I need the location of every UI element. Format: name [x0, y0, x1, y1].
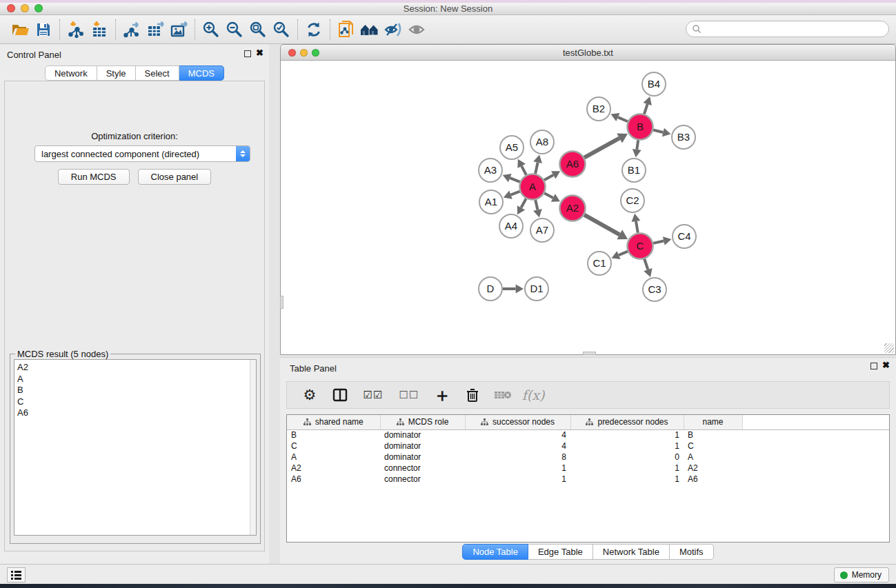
hide-details-icon[interactable] — [381, 19, 405, 41]
edge-A2-C[interactable] — [584, 215, 619, 235]
add-column-icon[interactable]: ＋ — [432, 385, 452, 405]
open-file-icon[interactable] — [8, 19, 32, 41]
edge-B-B4[interactable] — [644, 104, 648, 114]
column-header-predecessor-nodes[interactable]: predecessor nodes — [570, 415, 684, 429]
search-field[interactable] — [686, 21, 889, 37]
close-network-button[interactable] — [288, 49, 296, 57]
edge-A-A3[interactable] — [510, 178, 520, 182]
run-mcds-button[interactable]: Run MCDS — [58, 169, 130, 185]
cell-shared-name[interactable]: A6 — [287, 474, 380, 485]
cell-name[interactable]: B — [684, 429, 742, 440]
task-history-button[interactable] — [7, 567, 26, 582]
splitter-handle-bottom[interactable] — [583, 352, 596, 355]
edge-C-C4[interactable] — [653, 241, 664, 243]
edge-B-B2[interactable] — [618, 117, 628, 121]
cell-shared-name[interactable]: C — [287, 440, 380, 452]
tab-network[interactable]: Network — [45, 65, 97, 81]
criterion-dropdown[interactable]: largest connected component (directed) — [34, 145, 250, 162]
resize-grip-icon[interactable] — [884, 343, 894, 353]
edge-A6-B[interactable] — [584, 138, 619, 157]
edge-A-A7[interactable] — [535, 200, 537, 210]
deselect-all-icon[interactable]: ☐☐ — [396, 385, 422, 405]
table-row[interactable]: Cdominator41C — [287, 440, 889, 452]
tab-edge-table[interactable]: Edge Table — [528, 544, 593, 560]
cell-name[interactable]: A2 — [684, 463, 742, 474]
mcds-result-item[interactable]: A — [17, 374, 256, 385]
new-network-icon[interactable] — [335, 19, 358, 41]
cell-predecessor-nodes[interactable]: 1 — [570, 474, 684, 485]
memory-button[interactable]: Memory — [834, 567, 889, 582]
column-header-name[interactable]: name — [684, 415, 742, 429]
function-builder-icon[interactable]: f(x) — [523, 385, 544, 405]
network-window-titlebar[interactable]: testGlobe.txt — [281, 45, 895, 61]
cell-successor-nodes[interactable]: 4 — [465, 440, 570, 452]
export-network-icon[interactable] — [120, 19, 143, 41]
cell-shared-name[interactable]: A2 — [287, 463, 380, 474]
table-row[interactable]: Bdominator41B — [287, 429, 889, 440]
edge-C-C2[interactable] — [636, 221, 638, 233]
search-input[interactable] — [701, 23, 888, 35]
zoom-in-icon[interactable] — [199, 19, 223, 41]
tab-style[interactable]: Style — [97, 65, 136, 81]
close-panel-icon[interactable]: ✖ — [256, 48, 263, 58]
cell-shared-name[interactable]: A — [287, 452, 380, 463]
cell-successor-nodes[interactable]: 1 — [465, 463, 570, 474]
float-panel-icon[interactable] — [244, 50, 251, 57]
select-all-icon[interactable]: ☑☑ — [360, 385, 386, 405]
import-network-icon[interactable] — [64, 19, 88, 41]
cell-name[interactable]: C — [684, 440, 742, 452]
close-window-button[interactable] — [7, 4, 15, 12]
cell-successor-nodes[interactable]: 8 — [465, 452, 570, 463]
home-layout-icon[interactable] — [358, 19, 381, 41]
edge-A-A1[interactable] — [511, 192, 520, 195]
table-row[interactable]: Adominator80A — [287, 452, 889, 463]
cell-MCDS-role[interactable]: connector — [380, 463, 465, 474]
export-table-icon[interactable] — [143, 19, 167, 41]
delete-icon[interactable] — [462, 385, 483, 405]
column-header-successor-nodes[interactable]: successor nodes — [465, 415, 570, 429]
minimize-network-button[interactable] — [300, 49, 308, 57]
maximize-network-button[interactable] — [312, 49, 319, 57]
tab-select[interactable]: Select — [136, 65, 179, 81]
edge-A-A5[interactable] — [521, 166, 526, 175]
tab-network-table[interactable]: Network Table — [593, 544, 670, 560]
cell-MCDS-role[interactable]: dominator — [380, 429, 465, 440]
cell-MCDS-role[interactable]: dominator — [380, 440, 465, 452]
edge-A-A2[interactable] — [544, 193, 553, 198]
float-table-panel-icon[interactable] — [870, 363, 877, 369]
refresh-icon[interactable] — [302, 19, 326, 41]
mcds-result-item[interactable]: B — [17, 385, 256, 396]
edge-C-C1[interactable] — [619, 252, 628, 256]
edge-C-C3[interactable] — [644, 258, 648, 270]
column-header-shared-name[interactable]: shared name — [287, 415, 380, 429]
edge-B-B1[interactable] — [637, 140, 638, 150]
splitter-handle-left[interactable] — [280, 296, 283, 309]
column-header-MCDS-role[interactable]: MCDS role — [380, 415, 465, 429]
mcds-result-item[interactable]: A6 — [17, 407, 256, 419]
tab-node-table[interactable]: Node Table — [462, 544, 528, 560]
zoom-selected-icon[interactable] — [270, 19, 293, 41]
edge-A-A6[interactable] — [544, 175, 553, 181]
cell-name[interactable]: A — [684, 452, 742, 463]
zoom-out-icon[interactable] — [223, 19, 246, 41]
cell-name[interactable]: A6 — [684, 474, 742, 485]
cell-shared-name[interactable]: B — [287, 429, 380, 440]
columns-icon[interactable] — [330, 385, 350, 405]
minimize-window-button[interactable] — [21, 4, 29, 12]
tab-motifs[interactable]: Motifs — [670, 544, 714, 560]
cell-successor-nodes[interactable]: 1 — [465, 474, 570, 485]
cell-predecessor-nodes[interactable]: 1 — [570, 463, 684, 474]
cell-predecessor-nodes[interactable]: 1 — [570, 429, 684, 440]
zoom-fit-icon[interactable] — [246, 19, 270, 41]
mcds-result-list[interactable]: A2ABCA6 — [14, 359, 257, 536]
mcds-result-item[interactable]: A2 — [17, 362, 256, 374]
export-image-icon[interactable] — [167, 19, 190, 41]
edge-B-B3[interactable] — [653, 130, 663, 132]
cell-successor-nodes[interactable]: 4 — [465, 429, 570, 440]
network-graph[interactable]: AA1A3A4A5A7A8A6A2BB1B2B3B4CC1C2C3C4DD1 — [281, 61, 895, 354]
show-details-icon[interactable] — [405, 19, 428, 41]
edge-A-A8[interactable] — [535, 163, 537, 174]
cell-MCDS-role[interactable]: dominator — [380, 452, 465, 463]
maximize-window-button[interactable] — [34, 4, 43, 12]
table-row[interactable]: A2connector11A2 — [287, 463, 889, 474]
